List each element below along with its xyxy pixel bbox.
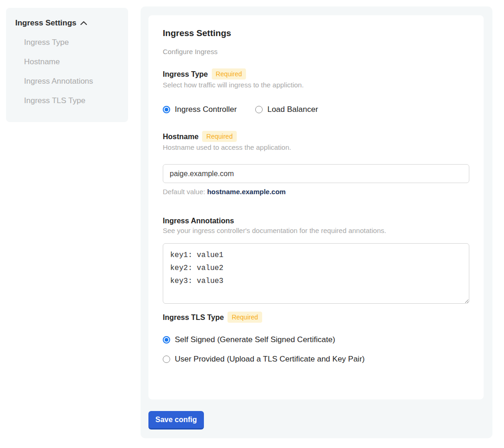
radio-selected-icon[interactable] — [163, 106, 170, 113]
radio-label: User Provided (Upload a TLS Certificate … — [175, 355, 365, 364]
sidebar-group-label: Ingress Settings — [15, 18, 76, 27]
required-badge: Required — [212, 68, 246, 80]
ingress-type-help: Select how traffic will ingress to the a… — [163, 81, 469, 89]
sidebar-item-ingress-annotations[interactable]: Ingress Annotations — [24, 77, 119, 86]
hostname-default-value: Default value: hostname.example.com — [163, 188, 469, 196]
required-badge: Required — [227, 312, 262, 323]
ingress-settings-card: Ingress Settings Configure Ingress Ingre… — [148, 15, 484, 399]
radio-option-load-balancer[interactable]: Load Balancer — [255, 105, 318, 114]
radio-label: Load Balancer — [267, 105, 318, 114]
field-ingress-tls-type: Ingress TLS Type Required Self Signed (G… — [163, 312, 469, 364]
sidebar-group-ingress-settings[interactable]: Ingress Settings — [15, 18, 119, 27]
required-badge: Required — [202, 131, 237, 142]
card-title: Ingress Settings — [163, 28, 469, 39]
ingress-annotations-textarea[interactable]: key1: value1 key2: value2 key3: value3 — [163, 243, 469, 304]
ingress-annotations-label: Ingress Annotations — [163, 216, 234, 225]
hostname-input[interactable] — [163, 164, 469, 183]
radio-unselected-icon[interactable] — [163, 356, 170, 363]
hostname-label: Hostname — [163, 132, 198, 141]
config-nav-sidebar: Ingress Settings Ingress Type Hostname I… — [6, 8, 128, 122]
config-panel: Ingress Settings Configure Ingress Ingre… — [141, 6, 492, 438]
radio-label: Ingress Controller — [175, 105, 237, 114]
hostname-help: Hostname used to access the application. — [163, 143, 469, 151]
radio-option-user-provided[interactable]: User Provided (Upload a TLS Certificate … — [163, 355, 469, 364]
chevron-up-icon — [80, 21, 87, 25]
field-ingress-annotations: Ingress Annotations See your ingress con… — [163, 216, 469, 304]
sidebar-item-ingress-tls-type[interactable]: Ingress TLS Type — [24, 96, 119, 105]
field-ingress-type: Ingress Type Required Select how traffic… — [163, 68, 469, 114]
card-subtitle: Configure Ingress — [163, 48, 469, 55]
sidebar-item-ingress-type[interactable]: Ingress Type — [24, 38, 119, 47]
sidebar-item-hostname[interactable]: Hostname — [24, 57, 119, 66]
radio-label: Self Signed (Generate Self Signed Certif… — [175, 335, 335, 344]
ingress-tls-type-label: Ingress TLS Type — [163, 313, 224, 322]
field-hostname: Hostname Required Hostname used to acces… — [163, 131, 469, 196]
ingress-type-label: Ingress Type — [163, 70, 208, 79]
save-config-button[interactable]: Save config — [148, 411, 204, 430]
radio-unselected-icon[interactable] — [255, 106, 263, 113]
radio-option-self-signed[interactable]: Self Signed (Generate Self Signed Certif… — [163, 335, 469, 344]
radio-selected-icon[interactable] — [163, 336, 170, 344]
ingress-annotations-help: See your ingress controller's documentat… — [163, 227, 469, 234]
radio-option-ingress-controller[interactable]: Ingress Controller — [163, 105, 237, 114]
